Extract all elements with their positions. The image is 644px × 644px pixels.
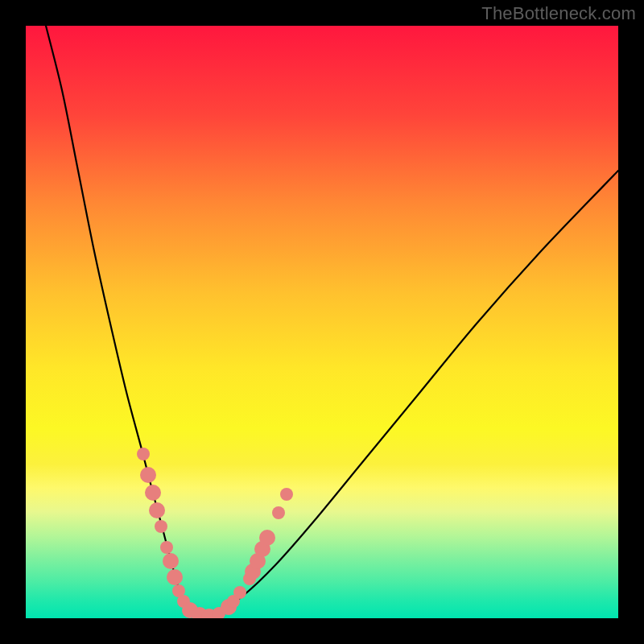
highlight-dot xyxy=(259,530,275,546)
highlight-dot xyxy=(160,541,173,554)
highlight-dot xyxy=(149,502,165,518)
highlight-dot xyxy=(233,586,246,599)
highlight-dot xyxy=(280,488,293,501)
bottleneck-curve xyxy=(46,26,618,617)
highlight-dots-group xyxy=(137,448,293,618)
chart-container: TheBottleneck.com xyxy=(0,0,644,644)
highlight-dot xyxy=(163,553,179,569)
highlight-dot xyxy=(140,467,156,483)
chart-svg xyxy=(26,26,618,618)
highlight-dot xyxy=(137,448,150,460)
plot-area xyxy=(26,26,618,618)
watermark-text: TheBottleneck.com xyxy=(481,3,636,24)
highlight-dot xyxy=(167,569,183,585)
highlight-dot xyxy=(272,506,285,519)
highlight-dot xyxy=(155,520,167,533)
highlight-dot xyxy=(145,485,161,501)
